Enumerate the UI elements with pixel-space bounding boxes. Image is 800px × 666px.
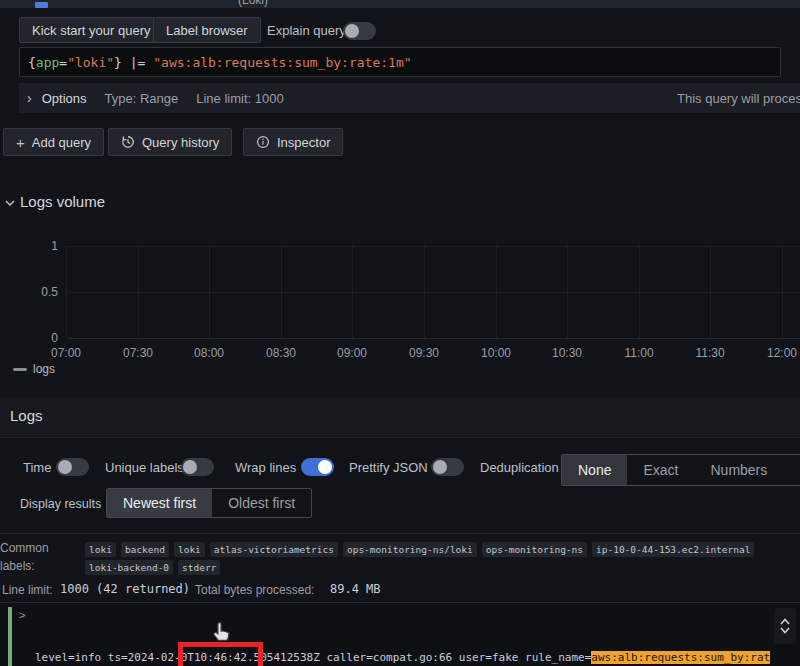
- logs-title: Logs: [10, 407, 43, 424]
- time-toggle[interactable]: [56, 458, 89, 476]
- explain-query-toggle[interactable]: [343, 22, 376, 40]
- inspector-label: Inspector: [277, 135, 330, 150]
- time-toggle-label: Time: [23, 460, 51, 475]
- gridline: [782, 246, 783, 338]
- inspector-button[interactable]: Inspector: [243, 128, 343, 156]
- line-limit-value: 1000 (42 returned): [60, 582, 190, 596]
- x-tick: 09:00: [330, 346, 374, 360]
- logs-panel-header: [0, 397, 800, 437]
- common-labels-label-2: labels:: [0, 559, 35, 573]
- query-token: =: [59, 55, 67, 70]
- prettify-json-toggle[interactable]: [431, 458, 464, 476]
- label-badge: backend: [121, 542, 169, 557]
- y-tick: 0: [24, 331, 58, 345]
- kick-start-query-label: Kick start your query: [32, 23, 151, 38]
- x-tick: 10:30: [545, 346, 589, 360]
- explain-query-label: Explain query: [267, 23, 346, 38]
- unique-labels-toggle[interactable]: [181, 458, 214, 476]
- order-newest-first[interactable]: Newest first: [107, 489, 212, 517]
- deduplication-group: None Exact Numbers Signature: [561, 454, 800, 486]
- plus-icon: +: [16, 134, 25, 151]
- deduplication-label: Deduplication: [480, 460, 559, 475]
- dedup-option-signature[interactable]: Signature: [783, 455, 800, 485]
- options-type: Type: Range: [104, 91, 178, 106]
- chevron-down-icon: [780, 627, 790, 634]
- gridline: [424, 246, 425, 338]
- gridline: [496, 246, 497, 338]
- query-token: app: [36, 55, 59, 70]
- top-bar-partial: (Loki): [0, 0, 800, 8]
- line-limit-label: Line limit:: [2, 583, 53, 597]
- label-badge: loki: [85, 542, 116, 557]
- wrap-lines-toggle-label: Wrap lines: [235, 460, 296, 475]
- query-input[interactable]: {app="loki"} |= "aws:alb:requests:sum_by…: [19, 47, 781, 77]
- order-oldest-first[interactable]: Oldest first: [212, 489, 311, 517]
- query-token: {: [28, 55, 36, 70]
- log-line-1: level=info ts=2024-02-0T10:46:42.5054125…: [35, 647, 800, 666]
- x-tick: 11:30: [688, 346, 732, 360]
- gridline: [209, 246, 210, 338]
- x-tick: 07:00: [44, 346, 88, 360]
- info-circle-icon: [256, 135, 270, 149]
- collapse-chevron-icon[interactable]: [4, 198, 16, 208]
- options-label[interactable]: Options: [42, 91, 87, 106]
- x-tick: 11:00: [617, 346, 661, 360]
- wrap-lines-toggle[interactable]: [301, 458, 334, 476]
- gridline: [281, 246, 282, 338]
- cursor-pointer-icon: [210, 621, 234, 647]
- label-badge: stderr: [178, 560, 220, 575]
- label-badge: atlas-victoriametrics: [210, 542, 338, 557]
- dedup-option-numbers[interactable]: Numbers: [694, 455, 783, 485]
- label-badge: ip-10-0-44-153.ec2.internal: [592, 542, 754, 557]
- query-history-button[interactable]: Query history: [108, 128, 232, 156]
- log-level-indicator: [8, 607, 12, 666]
- y-tick: 1: [24, 239, 58, 253]
- log-line-text[interactable]: level=info ts=2024-02-0T10:46:42.5054125…: [35, 605, 800, 666]
- gridline: [352, 246, 353, 338]
- label-browser-button[interactable]: Label browser: [153, 17, 261, 43]
- gridline: [567, 246, 568, 338]
- bytes-processed-label: Total bytes processed:: [195, 583, 314, 597]
- display-order-group: Newest first Oldest first: [106, 488, 312, 518]
- unique-labels-toggle-label: Unique labels: [105, 460, 184, 475]
- dedup-option-none[interactable]: None: [562, 455, 627, 485]
- log-row-expand-icon[interactable]: >: [19, 609, 25, 621]
- query-history-label: Query history: [142, 135, 219, 150]
- query-token: } |=: [114, 55, 153, 70]
- options-expand-icon[interactable]: ›: [27, 90, 32, 106]
- legend-series-swatch: [13, 368, 27, 371]
- gridline: [138, 246, 139, 338]
- x-tick: 10:00: [474, 346, 518, 360]
- gridline: [710, 246, 711, 338]
- label-badge: loki: [174, 542, 205, 557]
- dedup-option-exact[interactable]: Exact: [627, 455, 694, 485]
- scroll-indicator[interactable]: [774, 608, 796, 644]
- x-tick: 12:00: [760, 346, 800, 360]
- label-badge: loki-backend-0: [85, 560, 173, 575]
- bytes-processed-value: 89.4 MB: [330, 582, 381, 596]
- x-tick: 08:00: [187, 346, 231, 360]
- chevron-up-icon: [780, 618, 790, 625]
- log-rows-panel: > level=info ts=2024-02-0T10:46:42.50541…: [0, 602, 800, 666]
- x-tick: 07:30: [116, 346, 160, 360]
- prettify-json-toggle-label: Prettify JSON: [349, 460, 428, 475]
- x-tick: 09:30: [402, 346, 446, 360]
- datasource-logo-icon: [35, 2, 48, 8]
- legend-series-label[interactable]: logs: [33, 362, 55, 376]
- gridline: [639, 246, 640, 338]
- display-results-label: Display results: [20, 497, 101, 511]
- common-labels-row-1: loki backend loki atlas-victoriametrics …: [85, 542, 754, 557]
- options-line-limit: Line limit: 1000: [196, 91, 283, 106]
- query-token: "aws:alb:requests:sum_by:rate:1m": [153, 55, 411, 70]
- add-query-button[interactable]: + Add query: [3, 128, 104, 156]
- add-query-label: Add query: [32, 135, 91, 150]
- gridline: [68, 292, 800, 293]
- label-badge: ops-monitoring-ns/loki: [343, 542, 477, 557]
- label-browser-label: Label browser: [166, 23, 248, 38]
- common-labels-label: Common: [0, 541, 49, 555]
- gridline: [68, 246, 800, 247]
- logs-volume-title: Logs volume: [20, 193, 105, 210]
- x-tick: 08:30: [259, 346, 303, 360]
- query-token: "loki": [67, 55, 114, 70]
- kick-start-query-button[interactable]: Kick start your query: [19, 17, 164, 43]
